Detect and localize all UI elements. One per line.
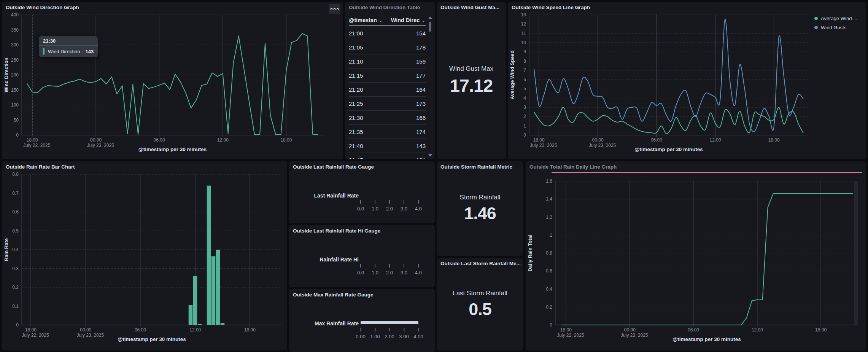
wind-speed-chart[interactable]: 01234567891011121318:00July 22, 202500:0… — [508, 2, 866, 159]
column-header-wind-direction[interactable]: Wind Direc⌄ — [387, 17, 426, 23]
svg-text:18:00: 18:00 — [815, 327, 827, 333]
wind-direction-chart[interactable]: 05010015020025030035040018:00July 22, 20… — [2, 2, 343, 159]
svg-text:July 22, 2025: July 22, 2025 — [22, 333, 49, 338]
legend-label: Wind Gusts — [821, 25, 846, 30]
svg-text:2: 2 — [523, 114, 526, 119]
svg-text:July 22, 2025: July 22, 2025 — [557, 333, 584, 338]
gauge-scale: 0.01.02.03.04.0 — [361, 200, 425, 215]
svg-text:July 23, 2025: July 23, 2025 — [621, 333, 648, 338]
cell-wind-direction: 143 — [387, 143, 426, 149]
svg-text:11: 11 — [521, 31, 526, 36]
scroll-up-icon[interactable] — [428, 16, 432, 19]
cell-timestamp: 21:25 — [349, 100, 387, 107]
svg-text:12:00: 12:00 — [752, 327, 763, 333]
svg-text:1.6: 1.6 — [546, 178, 552, 184]
svg-text:150: 150 — [11, 88, 19, 93]
column-header-timestamp[interactable]: @timestan⌄ — [349, 17, 387, 23]
stat-value: 1.46 — [464, 204, 496, 223]
tooltip-value: 143 — [86, 49, 94, 54]
gauge-tick: 2.0 — [386, 264, 393, 276]
gauge-tick: 3.0 — [401, 200, 407, 212]
tick-mark — [418, 200, 419, 204]
cell-wind-direction: 121 — [387, 157, 426, 159]
panel-title: Outside Last Rainfall Rate Hi Gauge — [293, 228, 380, 234]
stat-value: 17.12 — [450, 75, 493, 96]
legend-item[interactable]: Average Wind ... — [814, 16, 857, 21]
wind-direction-table: @timestan⌄ Wind Direc⌄ 21:00 15421:05 17… — [349, 15, 426, 159]
tick-mark — [360, 264, 361, 268]
svg-text:18:00: 18:00 — [533, 137, 545, 143]
scroll-down-icon[interactable] — [428, 154, 432, 157]
gauge-tick: 0.0 — [357, 200, 364, 212]
svg-text:18:00: 18:00 — [280, 137, 292, 143]
gauge-label: Last Rainfall Rate — [289, 193, 359, 199]
svg-text:6: 6 — [523, 77, 526, 82]
legend-item[interactable]: Wind Gusts — [814, 25, 857, 30]
panel-title: Outside Wind Direction Table — [349, 5, 420, 10]
panel-title: Outside Total Rain Daily Line Graph — [529, 164, 617, 170]
tick-mark — [404, 200, 404, 204]
cell-timestamp: 21:40 — [349, 143, 387, 149]
total-rain-chart[interactable]: 00.20.40.60.811.21.41.618:00July 22, 202… — [526, 161, 866, 350]
panel-wind-direction-graph: Outside Wind Direction Graph 05010015020… — [2, 2, 343, 159]
panel-total-rain-daily-graph: Outside Total Rain Daily Line Graph 00.2… — [526, 161, 866, 350]
scrollbar-thumb[interactable] — [429, 22, 431, 32]
svg-text:10: 10 — [521, 40, 526, 45]
chevron-down-icon: ⌄ — [378, 17, 383, 23]
svg-text:3: 3 — [523, 105, 526, 110]
gauge-tick: 4.0 — [415, 264, 422, 276]
dashboard: Outside Wind Direction Graph 05010015020… — [0, 0, 868, 352]
svg-text:8: 8 — [523, 59, 526, 64]
cell-wind-direction: 166 — [387, 115, 426, 121]
tick-mark — [389, 264, 390, 268]
legend-color-dot — [814, 26, 818, 29]
svg-text:7: 7 — [523, 68, 526, 73]
svg-text:350: 350 — [11, 27, 19, 33]
svg-text:12: 12 — [521, 21, 526, 27]
panel-menu-button[interactable] — [329, 4, 340, 14]
gauge-tick: 1.0 — [372, 200, 378, 212]
panel-title: Outside Storm Rainfall Metric — [440, 164, 512, 170]
svg-text:00:00: 00:00 — [90, 137, 102, 143]
cell-wind-direction: 178 — [387, 44, 426, 51]
cell-timestamp: 21:10 — [349, 58, 387, 65]
table-row: 21:15 177 — [349, 68, 426, 82]
cell-wind-direction: 174 — [387, 129, 426, 135]
table-scrollbar[interactable] — [428, 16, 432, 157]
svg-text:July 23, 2025: July 23, 2025 — [589, 143, 616, 148]
panel-title: Outside Wind Speed Line Graph — [512, 5, 590, 10]
svg-text:July 22, 2025: July 22, 2025 — [23, 143, 51, 148]
chevron-down-icon: ⌄ — [421, 17, 426, 23]
svg-text:July 23, 2025: July 23, 2025 — [77, 333, 104, 338]
svg-text:00:00: 00:00 — [592, 137, 604, 143]
panel-max-rainfall-rate-gauge: Outside Max Rainfall Rate Gauge Max Rain… — [289, 289, 435, 352]
cell-wind-direction: 177 — [387, 72, 426, 79]
rain-rate-chart[interactable]: 00.10.20.30.40.50.60.70.818:00July 22, 2… — [2, 161, 287, 350]
kebab-menu-icon — [331, 8, 332, 10]
svg-text:18:00: 18:00 — [768, 137, 780, 143]
cell-timestamp: 21:35 — [349, 129, 387, 135]
threshold-line — [552, 172, 862, 173]
svg-text:9: 9 — [523, 49, 526, 54]
tick-mark — [389, 328, 390, 331]
svg-text:0.8: 0.8 — [546, 250, 552, 256]
table-row: 21:10 159 — [349, 54, 426, 68]
series-color-marker — [43, 48, 45, 55]
svg-text:0.3: 0.3 — [12, 266, 19, 271]
chart-legend: Average Wind ... Wind Gusts — [814, 16, 857, 34]
svg-text:0.6: 0.6 — [546, 268, 552, 274]
svg-text:0.2: 0.2 — [12, 285, 19, 290]
svg-text:5: 5 — [523, 86, 526, 91]
svg-text:06:00: 06:00 — [688, 327, 699, 333]
svg-text:0: 0 — [16, 322, 19, 328]
table-row: 21:40 143 — [349, 139, 426, 153]
cell-wind-direction: 159 — [387, 58, 426, 65]
panel-title: Outside Last Storm Rainfall Me... — [440, 261, 521, 266]
gauge-tick: 1.00 — [370, 328, 380, 340]
svg-text:1: 1 — [550, 233, 552, 238]
panel-title: Outside Rain Rate Bar Chart — [6, 164, 75, 170]
svg-text:13: 13 — [521, 12, 526, 18]
panel-title: Outside Wind Gust Ma... — [440, 5, 499, 10]
panel-wind-direction-table: Outside Wind Direction Table @timestan⌄ … — [345, 2, 435, 159]
svg-text:50: 50 — [14, 118, 19, 123]
